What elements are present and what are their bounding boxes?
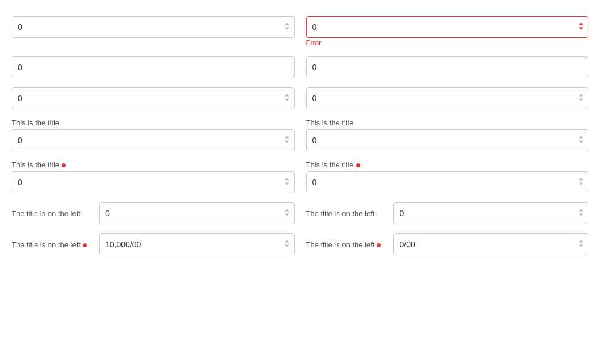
number-input-col0-row6[interactable] — [99, 233, 295, 255]
error-text: Error — [306, 39, 589, 47]
inline-title-col1-row5: The title is on the left — [306, 209, 387, 218]
spinner-icon[interactable] — [577, 177, 585, 189]
field-title-col0-row3: This is the title — [12, 118, 295, 127]
number-input-col0-row4[interactable] — [12, 171, 295, 193]
input-wrapper — [306, 171, 589, 193]
right-col-row2 — [306, 83, 589, 114]
spinner-icon[interactable] — [577, 21, 585, 33]
left-col-row3: This is the title — [12, 114, 295, 156]
input-wrapper — [12, 16, 295, 38]
spinner-icon[interactable] — [577, 239, 585, 251]
input-wrapper — [393, 202, 589, 224]
number-input-col1-row6[interactable] — [393, 233, 589, 255]
number-input-col1-row1[interactable] — [306, 56, 589, 78]
inline-title-col0-row5: The title is on the left — [12, 209, 92, 218]
spinner-icon[interactable] — [577, 93, 585, 105]
spinner-icon[interactable] — [577, 135, 585, 147]
input-wrapper — [12, 56, 295, 78]
input-wrapper — [99, 233, 295, 255]
spinner-icon[interactable] — [283, 177, 291, 189]
main-grid: Error This is the title This is the titl… — [12, 12, 588, 260]
field-title-col1-row4: This is the title — [306, 160, 589, 169]
field-title-col0-row4: This is the title — [12, 160, 295, 169]
left-col-row6: The title is on the left — [12, 229, 295, 260]
number-input-col1-row4[interactable] — [306, 171, 589, 193]
number-input-col0-row2[interactable] — [12, 87, 295, 109]
spinner-icon[interactable] — [283, 208, 291, 220]
input-wrapper — [306, 129, 589, 151]
number-input-col1-row2[interactable] — [306, 87, 589, 109]
number-input-col1-row5[interactable] — [393, 202, 589, 224]
input-wrapper — [393, 233, 589, 255]
input-wrapper — [12, 171, 295, 193]
number-input-col0-row5[interactable] — [99, 202, 295, 224]
right-col-row1 — [306, 52, 589, 83]
right-col-row3: This is the title — [306, 114, 589, 156]
left-col-row4: This is the title — [12, 156, 295, 198]
spinner-icon[interactable] — [283, 239, 291, 251]
number-input-col1-row0[interactable] — [306, 16, 589, 38]
right-col-row5: The title is on the left — [306, 198, 589, 229]
left-col-row2 — [12, 83, 295, 114]
input-wrapper — [12, 87, 295, 109]
required-dot — [83, 243, 87, 247]
spinner-icon[interactable] — [283, 93, 291, 105]
inline-title-col1-row6: The title is on the left — [306, 240, 387, 249]
input-wrapper — [306, 56, 589, 78]
left-col-row0 — [12, 12, 295, 52]
required-dot — [377, 243, 381, 247]
right-col-row0: Error — [306, 12, 589, 52]
input-wrapper — [12, 129, 295, 151]
input-wrapper — [99, 202, 295, 224]
input-wrapper — [306, 16, 589, 38]
number-input-col1-row3[interactable] — [306, 129, 589, 151]
field-title-col1-row3: This is the title — [306, 118, 589, 127]
right-col-row4: This is the title — [306, 156, 589, 198]
spinner-icon[interactable] — [577, 208, 585, 220]
number-input-col0-row3[interactable] — [12, 129, 295, 151]
number-input-col0-row0[interactable] — [12, 16, 295, 38]
input-wrapper — [306, 87, 589, 109]
required-dot — [62, 163, 66, 167]
left-col-row5: The title is on the left — [12, 198, 295, 229]
spinner-icon[interactable] — [283, 135, 291, 147]
left-col-row1 — [12, 52, 295, 83]
required-dot — [356, 163, 360, 167]
right-col-row6: The title is on the left — [306, 229, 589, 260]
number-input-col0-row1[interactable] — [12, 56, 295, 78]
inline-title-col0-row6: The title is on the left — [12, 240, 92, 249]
spinner-icon[interactable] — [283, 21, 291, 33]
